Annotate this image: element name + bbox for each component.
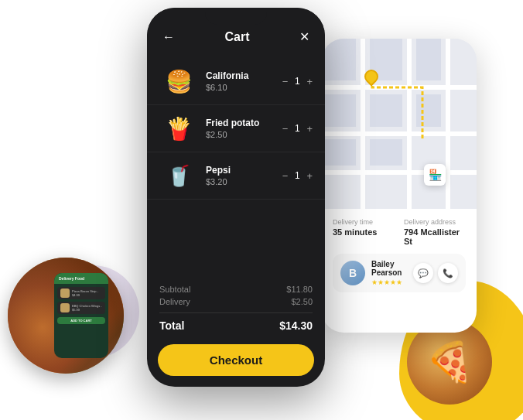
delivery-address-label: Delivery address	[404, 218, 466, 226]
small-add-to-cart-button[interactable]: ADD TO CART	[57, 317, 105, 324]
small-screen-item-2: BBQ Chicken Wings - $5.99	[57, 302, 105, 314]
svg-rect-7	[322, 39, 356, 80]
delivery-value: $2.50	[291, 297, 313, 306]
delivery-address-value: 794 Mcallister St	[404, 227, 466, 246]
cart-item-image-california: 🍔	[159, 66, 198, 97]
cart-item-price-california: $6.10	[206, 83, 275, 92]
svg-rect-5	[407, 39, 412, 209]
cart-item-info-fried-potato: Fried potato $2.50	[198, 118, 282, 139]
delivery-time-value: 35 minutes	[333, 227, 395, 237]
phone-small-wrapper: Delivery Food Pizza Bacon Strip - $4.99 …	[8, 258, 124, 374]
qty-decrease-fried-potato[interactable]: −	[282, 123, 289, 135]
cart-item-california: 🍔 California $6.10 − 1 +	[147, 58, 325, 105]
driver-phone-button[interactable]: 📞	[438, 263, 458, 283]
qty-increase-california[interactable]: +	[306, 76, 313, 87]
cart-item-name-fried-potato: Fried potato	[206, 118, 275, 128]
qty-value-pepsi: 1	[292, 170, 302, 181]
summary-divider	[159, 312, 313, 313]
svg-rect-10	[322, 94, 356, 127]
svg-rect-2	[322, 131, 477, 136]
cart-item-pepsi: 🥤 Pepsi $3.20 − 1 +	[147, 152, 325, 200]
cart-item-price-fried-potato: $2.50	[206, 130, 275, 139]
svg-rect-6	[446, 39, 450, 209]
phone-main: ← Cart ✕ 🍔 California $6.10 − 1 +	[147, 8, 325, 387]
delivery-label: Delivery	[159, 297, 190, 306]
cart-item-info-california: California $6.10	[198, 70, 282, 92]
cart-item-qty-pepsi: − 1 +	[282, 170, 313, 182]
subtotal-value: $11.80	[286, 285, 313, 294]
map-svg	[322, 39, 477, 209]
total-label: Total	[159, 319, 184, 332]
checkout-button[interactable]: Checkout	[158, 344, 314, 376]
cart-item-image-pepsi: 🥤	[159, 160, 198, 191]
cart-item-qty-california: − 1 +	[282, 76, 313, 87]
phone-main-inner: ← Cart ✕ 🍔 California $6.10 − 1 +	[147, 8, 325, 387]
map-store-icon: 🏪	[424, 164, 446, 186]
svg-rect-14	[370, 139, 402, 166]
driver-info: Bailey Pearson ★★★★★	[371, 260, 407, 286]
map-pin	[364, 70, 378, 87]
cart-summary: Subtotal $11.80 Delivery $2.50 Total $14…	[147, 277, 325, 336]
cart-item-image-fried-potato: 🍟	[159, 113, 198, 144]
phone-small-background: Delivery Food Pizza Bacon Strip - $4.99 …	[8, 258, 124, 374]
small-screen-header: Delivery Food	[54, 273, 108, 284]
svg-rect-9	[416, 39, 441, 80]
cart-item-price-pepsi: $3.20	[206, 177, 275, 186]
driver-stars: ★★★★★	[371, 278, 407, 286]
delivery-time-label: Delivery time	[333, 218, 395, 226]
subtotal-label: Subtotal	[159, 285, 190, 294]
svg-rect-3	[322, 170, 477, 175]
phone-small-screen: Delivery Food Pizza Bacon Strip - $4.99 …	[54, 273, 108, 358]
driver-row: B Bailey Pearson ★★★★★ 💬 📞	[333, 254, 466, 292]
svg-rect-11	[370, 94, 402, 127]
svg-rect-12	[416, 94, 441, 127]
phone-notch	[205, 8, 267, 25]
total-value: $14.30	[279, 319, 313, 332]
qty-decrease-pepsi[interactable]: −	[282, 170, 289, 182]
svg-rect-4	[361, 39, 365, 209]
map-info: Delivery time 35 minutes Delivery addres…	[322, 209, 477, 302]
small-screen-item-1: Pizza Bacon Strip - $4.99	[57, 287, 105, 299]
total-row: Total $14.30	[159, 319, 313, 332]
cart-items-list: 🍔 California $6.10 − 1 + 🍟 Fried p	[147, 52, 325, 277]
qty-value-fried-potato: 1	[292, 123, 302, 134]
cart-item-info-pepsi: Pepsi $3.20	[198, 165, 282, 186]
delivery-info-row: Delivery time 35 minutes Delivery addres…	[333, 218, 466, 246]
small-screen-body: Pizza Bacon Strip - $4.99 BBQ Chicken Wi…	[54, 284, 108, 327]
qty-decrease-california[interactable]: −	[282, 76, 289, 87]
qty-value-california: 1	[292, 76, 302, 87]
svg-rect-13	[322, 139, 356, 166]
delivery-address-item: Delivery address 794 Mcallister St	[404, 218, 466, 246]
pizza-decoration: 🍕	[391, 327, 492, 405]
back-button[interactable]: ←	[162, 30, 175, 44]
cart-item-name-pepsi: Pepsi	[206, 165, 275, 176]
delivery-row: Delivery $2.50	[159, 297, 313, 306]
driver-avatar: B	[340, 261, 365, 285]
cart-item-fried-potato: 🍟 Fried potato $2.50 − 1 +	[147, 105, 325, 152]
map-area: 🏪	[322, 39, 477, 209]
phone-map: 🏪 Delivery time 35 minutes Delivery addr…	[322, 39, 477, 333]
driver-message-button[interactable]: 💬	[413, 263, 433, 283]
cart-title: Cart	[224, 30, 249, 44]
cart-item-name-california: California	[206, 70, 275, 81]
cart-item-qty-fried-potato: − 1 +	[282, 123, 313, 135]
delivery-time-item: Delivery time 35 minutes	[333, 218, 395, 246]
qty-increase-fried-potato[interactable]: +	[306, 123, 313, 135]
subtotal-row: Subtotal $11.80	[159, 285, 313, 294]
close-button[interactable]: ✕	[299, 29, 309, 44]
driver-actions: 💬 📞	[413, 263, 458, 283]
qty-increase-pepsi[interactable]: +	[306, 170, 313, 182]
driver-name: Bailey Pearson	[371, 260, 407, 277]
